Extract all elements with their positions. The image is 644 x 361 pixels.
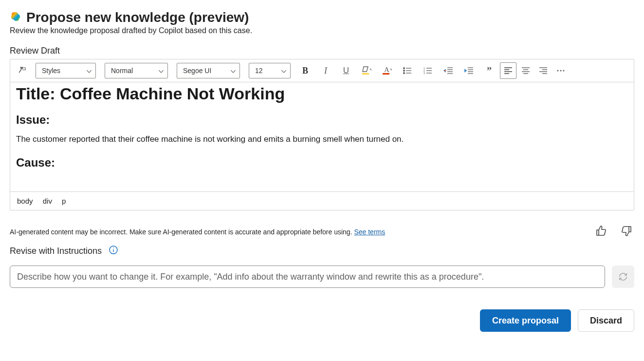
element-path-bar: body div p [10,191,634,210]
bold-button[interactable]: B [295,62,315,79]
size-value: 12 [255,67,263,75]
see-terms-link[interactable]: See terms [354,228,385,236]
svg-point-3 [404,68,405,69]
discard-button[interactable]: Discard [578,309,634,332]
font-value: Segoe UI [183,67,211,75]
svg-point-37 [557,70,559,72]
align-right-button[interactable] [535,62,552,79]
svg-point-7 [404,73,405,74]
issue-text: The customer reported that their coffee … [16,134,625,144]
document-title: Title: Coffee Machine Not Working [16,84,625,103]
svg-point-42 [113,247,114,248]
revise-label: Revise with Instructions [10,246,102,256]
editor-content[interactable]: Title: Coffee Machine Not Working Issue:… [10,82,634,191]
path-div[interactable]: div [43,197,52,205]
highlight-color-button[interactable] [357,62,376,79]
info-icon[interactable] [109,245,118,257]
bulleted-list-button[interactable] [398,62,417,79]
align-center-button[interactable] [517,62,534,79]
review-draft-label: Review Draft [10,46,634,56]
feedback-buttons [593,223,634,240]
styles-value: Styles [42,67,60,75]
font-color-button[interactable]: A [377,62,397,79]
numbered-list-button[interactable]: 1 2 3 [418,62,438,79]
svg-rect-2 [383,73,389,75]
underline-button[interactable]: U [336,62,356,79]
more-options-button[interactable] [552,62,569,79]
chevron-down-icon [231,67,236,75]
copilot-icon [10,11,21,24]
cause-text [16,177,625,191]
regenerate-button[interactable] [612,266,634,288]
thumbs-down-button[interactable] [619,223,634,240]
italic-button[interactable]: I [316,62,335,79]
svg-point-39 [563,70,565,72]
blockquote-button[interactable]: ” [479,62,499,79]
font-size-select[interactable]: 12 [249,63,291,78]
align-left-button[interactable] [500,62,516,79]
page-title: Propose new knowledge (preview) [26,10,249,25]
font-family-select[interactable]: Segoe UI [177,63,240,78]
revise-instructions-input[interactable] [10,266,605,288]
svg-point-5 [404,70,405,72]
format-value: Normal [111,67,133,75]
chevron-down-icon [87,67,92,75]
dialog-footer: Create proposal Discard [10,309,634,332]
issue-heading: Issue: [16,113,625,127]
rich-text-editor: Styles Normal Segoe UI 12 B [10,59,634,210]
path-body[interactable]: body [17,197,33,205]
decrease-indent-button[interactable] [439,62,458,79]
cause-heading: Cause: [16,156,625,170]
svg-text:A: A [384,66,389,74]
format-painter-button[interactable] [14,62,31,79]
chevron-down-icon [281,67,286,75]
paragraph-format-select[interactable]: Normal [105,63,168,78]
increase-indent-button[interactable] [459,62,478,79]
page-header: Propose new knowledge (preview) [10,10,634,25]
disclaimer-text: AI-generated content may be incorrect. M… [10,228,354,236]
svg-point-38 [560,70,562,72]
editor-toolbar: Styles Normal Segoe UI 12 B [10,59,634,82]
ai-disclaimer: AI-generated content may be incorrect. M… [10,228,385,236]
create-proposal-button[interactable]: Create proposal [480,309,571,332]
thumbs-up-button[interactable] [593,223,609,240]
chevron-down-icon [159,67,164,75]
path-p[interactable]: p [62,197,66,205]
page-subtitle: Review the knowledge proposal drafted by… [10,26,634,35]
svg-text:3: 3 [423,72,425,75]
svg-rect-0 [362,73,369,75]
styles-select[interactable]: Styles [36,63,96,78]
